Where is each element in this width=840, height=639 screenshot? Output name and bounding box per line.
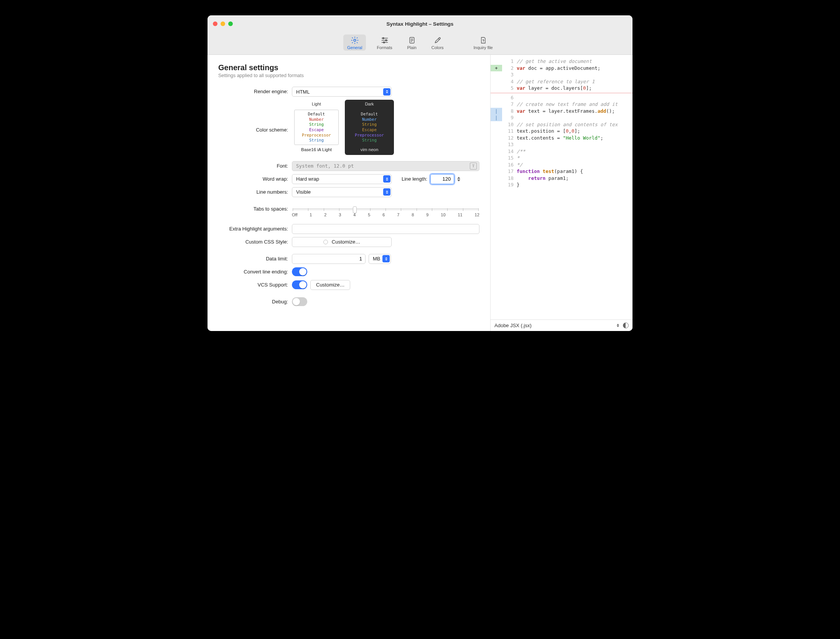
- label-convert-line-ending: Convert line ending:: [218, 267, 292, 277]
- chevron-updown-icon: [382, 255, 390, 262]
- tab-formats[interactable]: Formats: [373, 35, 396, 51]
- line-length-input[interactable]: [430, 174, 454, 184]
- svg-point-0: [354, 39, 356, 41]
- scheme-light-tab: Light: [292, 100, 341, 108]
- custom-css-button[interactable]: Customize…: [292, 237, 392, 247]
- tab-colors[interactable]: Colors: [428, 35, 448, 51]
- label-line-length: Line length:: [402, 176, 427, 182]
- scheme-dark-name: vim neon: [345, 147, 394, 152]
- line-numbers-select[interactable]: Visible: [292, 187, 392, 197]
- label-color-scheme: Color scheme:: [218, 125, 292, 135]
- scheme-light-sample: Default Number String Escape Preprocesso…: [294, 110, 339, 145]
- scheme-dark-sample: Default Number String Escape Preprocesso…: [347, 110, 392, 145]
- data-limit-input[interactable]: [292, 254, 366, 264]
- word-wrap-select[interactable]: Hard wrap: [292, 174, 392, 184]
- scheme-dark-tab: Dark: [345, 100, 394, 108]
- paintbrush-icon: [433, 36, 443, 44]
- appearance-toggle-icon[interactable]: [623, 323, 629, 328]
- window-title: Syntax Highlight – Settings: [208, 21, 632, 27]
- extra-args-input[interactable]: [292, 224, 479, 234]
- convert-line-ending-switch[interactable]: [292, 267, 307, 276]
- label-render-engine: Render engine:: [218, 87, 292, 97]
- page-title: General settings: [218, 63, 479, 72]
- page-subtitle: Settings applied to all supported format…: [218, 73, 479, 78]
- chevron-updown-icon: [617, 324, 619, 327]
- radio-icon: [323, 240, 328, 244]
- tab-label: Plain: [407, 45, 417, 50]
- vcs-support-switch[interactable]: [292, 280, 307, 289]
- settings-window: Syntax Highlight – Settings General Form…: [208, 15, 632, 331]
- label-debug: Debug:: [218, 297, 292, 307]
- data-limit-unit-select[interactable]: MB: [369, 254, 391, 264]
- scheme-dark-card[interactable]: Dark Default Number String Escape Prepro…: [345, 100, 394, 155]
- label-vcs-support: VCS Support:: [218, 280, 292, 290]
- titlebar: Syntax Highlight – Settings: [208, 15, 632, 32]
- render-engine-select[interactable]: HTML: [292, 87, 392, 97]
- preview-language-select[interactable]: Adobe JSX (.jsx): [491, 320, 632, 331]
- chevron-updown-icon: [383, 175, 390, 183]
- slider-labels: Off123456789101112: [292, 212, 479, 217]
- select-value: MB: [373, 256, 380, 262]
- settings-panel: General settings Settings applied to all…: [208, 55, 491, 331]
- gear-icon: [350, 36, 360, 44]
- label-word-wrap: Word wrap:: [218, 174, 292, 184]
- tab-general[interactable]: General: [343, 35, 366, 51]
- tab-inquiry-file[interactable]: Inquiry file: [470, 35, 497, 51]
- toolbar: General Formats Plain Colors Inquiry fil…: [208, 32, 632, 55]
- select-value: Hard wrap: [296, 176, 319, 182]
- slider-thumb[interactable]: [353, 206, 357, 213]
- vcs-customize-button[interactable]: Customize…: [310, 280, 350, 290]
- svg-point-11: [483, 42, 483, 42]
- chevron-updown-icon: [383, 88, 390, 96]
- scheme-light-name: Base16 iA Light: [292, 147, 341, 152]
- diff-add-icon: +: [491, 65, 502, 72]
- sliders-icon: [380, 36, 390, 44]
- preview-panel: 1// get the active document +2var doc = …: [491, 55, 632, 331]
- select-value: Adobe JSX (.jsx): [494, 323, 532, 328]
- chevron-updown-icon: [383, 188, 390, 196]
- font-value: System font, 12.0 pt: [296, 163, 354, 169]
- button-label: Customize…: [316, 282, 344, 288]
- tab-label: General: [347, 45, 362, 50]
- diff-mod-icon: ∣: [491, 108, 502, 115]
- label-tabs-to-spaces: Tabs to spaces:: [218, 204, 292, 214]
- tab-label: Formats: [377, 45, 392, 50]
- debug-switch[interactable]: [292, 297, 307, 306]
- label-custom-css: Custom CSS Style:: [218, 237, 292, 247]
- select-value: HTML: [296, 89, 310, 95]
- select-value: Visible: [296, 189, 311, 195]
- code-preview: 1// get the active document +2var doc = …: [491, 55, 632, 320]
- file-question-icon: [478, 36, 488, 44]
- tab-label: Inquiry file: [474, 45, 493, 50]
- label-font: Font:: [218, 161, 292, 171]
- label-data-limit: Data limit:: [218, 254, 292, 264]
- scheme-light-card[interactable]: Light Default Number String Escape Prepr…: [292, 100, 341, 155]
- label-line-numbers: Line numbers:: [218, 187, 292, 197]
- button-label: Customize…: [332, 239, 360, 245]
- tab-label: Colors: [432, 45, 444, 50]
- tab-plain[interactable]: Plain: [403, 35, 421, 51]
- font-picker-icon[interactable]: T: [470, 163, 477, 170]
- tabs-to-spaces-slider[interactable]: Off123456789101112: [292, 204, 479, 217]
- line-length-stepper[interactable]: [457, 175, 460, 183]
- label-extra-args: Extra Highlight arguments:: [218, 224, 292, 234]
- document-icon: [407, 36, 417, 44]
- font-field[interactable]: System font, 12.0 pt T: [292, 161, 479, 171]
